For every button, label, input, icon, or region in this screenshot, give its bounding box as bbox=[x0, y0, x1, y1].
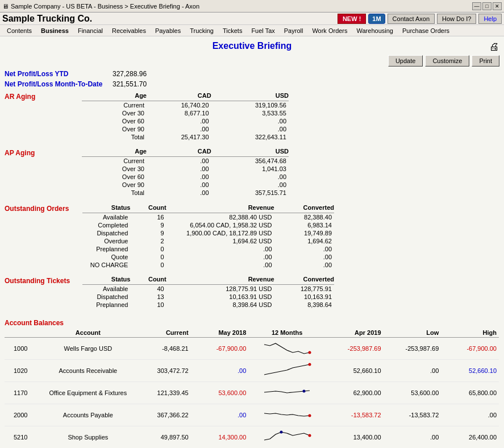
print-icon: 🖨 bbox=[489, 41, 499, 53]
ap-aging-title: AP Aging bbox=[5, 149, 35, 157]
close-button[interactable]: ✕ bbox=[493, 2, 502, 10]
company-name: Sample Trucking Co. bbox=[2, 14, 92, 24]
svg-point-5 bbox=[309, 434, 311, 437]
tickets-row-available: Available 40 128,775.91 USD 128,775.91 bbox=[5, 285, 334, 293]
page-title: Executive Briefing bbox=[128, 41, 376, 51]
customize-button[interactable]: Customize bbox=[425, 55, 469, 67]
menu-bar-right: NEW ! 1M Contact Axon How Do I? Help bbox=[338, 14, 502, 24]
nav-payables[interactable]: Payables bbox=[151, 26, 185, 35]
nav-business[interactable]: Business bbox=[36, 26, 73, 35]
ar-row-over30: Over 30 8,677.10 3,533.55 bbox=[5, 109, 289, 117]
minimize-button[interactable]: — bbox=[472, 2, 481, 10]
new-button[interactable]: NEW ! bbox=[338, 14, 366, 24]
update-button[interactable]: Update bbox=[388, 55, 423, 67]
how-do-i-button[interactable]: How Do I? bbox=[437, 14, 476, 24]
nav-contents[interactable]: Contents bbox=[2, 26, 36, 35]
outstanding-orders-section: Outstanding Orders Status Count Revenue … bbox=[5, 202, 499, 269]
svg-point-3 bbox=[309, 414, 311, 417]
svg-point-2 bbox=[303, 390, 306, 393]
outstanding-tickets-section: Outstanding Tickets Status Count Revenue… bbox=[5, 275, 499, 309]
ap-row-total: Total .00 357,515.71 bbox=[5, 189, 289, 197]
app-icon: 🖥 bbox=[2, 3, 9, 10]
title-bar-text: 🖥 Sample Company - US BETA - Business > … bbox=[2, 3, 199, 10]
orders-row-overdue: Overdue 2 1,694.62 USD 1,694.62 bbox=[5, 237, 334, 245]
nav-payroll[interactable]: Payroll bbox=[280, 26, 308, 35]
sparkline-1020 bbox=[261, 362, 313, 378]
ar-row-current: Current 16,740.20 319,109.56 bbox=[5, 101, 289, 109]
nav-fueltax[interactable]: Fuel Tax bbox=[247, 26, 279, 35]
account-row-1020: 1020 Accounts Receivable 303,472.72 .00 … bbox=[5, 360, 499, 382]
nav-trucking[interactable]: Trucking bbox=[185, 26, 218, 35]
help-button[interactable]: Help bbox=[478, 14, 502, 24]
outstanding-orders-title: Outstanding Orders bbox=[5, 205, 69, 213]
ap-row-over90: Over 90 .00 .00 bbox=[5, 181, 289, 189]
menu-bar-left: Sample Trucking Co. bbox=[2, 14, 338, 24]
window-title: Sample Company - US BETA - Business > Ex… bbox=[11, 3, 199, 10]
svg-point-0 bbox=[309, 351, 311, 354]
sparkline-2000 bbox=[261, 406, 313, 422]
nav-purchaseorders[interactable]: Purchase Orders bbox=[398, 26, 454, 35]
ar-row-over90: Over 90 .00 .00 bbox=[5, 125, 289, 133]
svg-point-1 bbox=[309, 363, 311, 366]
menu-bar: Sample Trucking Co. NEW ! 1M Contact Axo… bbox=[0, 13, 504, 25]
net-profit-mtd-value: 321,551.70 bbox=[113, 80, 147, 88]
sparkline-5210 bbox=[261, 429, 313, 445]
print-button[interactable]: Print bbox=[472, 55, 499, 67]
orders-row-quote: Quote 0 .00 .00 bbox=[5, 253, 334, 261]
account-row-1170: 1170 Office Equipment & Fixtures 121,339… bbox=[5, 382, 499, 404]
orders-row-completed: Completed 9 6,054.00 CAD, 1,958.32 USD 6… bbox=[5, 221, 334, 229]
contact-axon-button[interactable]: Contact Axon bbox=[388, 14, 435, 24]
maximize-button[interactable]: □ bbox=[482, 2, 491, 10]
1m-button[interactable]: 1M bbox=[368, 14, 385, 24]
orders-row-available: Available 16 82,388.40 USD 82,388.40 bbox=[5, 213, 334, 221]
sparkline-1000 bbox=[261, 340, 313, 356]
main-content: Executive Briefing 🖨 Update Customize Pr… bbox=[0, 36, 504, 448]
title-bar: 🖥 Sample Company - US BETA - Business > … bbox=[0, 0, 504, 13]
ap-aging-section: AP Aging Age CAD USD Current .00 356,474… bbox=[5, 147, 499, 197]
net-profit-ytd-value: 327,288.96 bbox=[113, 70, 147, 78]
nav-tickets[interactable]: Tickets bbox=[218, 26, 247, 35]
svg-point-4 bbox=[280, 431, 283, 434]
ar-aging-title: AR Aging bbox=[5, 93, 35, 101]
tickets-row-preplanned: Preplanned 10 8,398.64 USD 8,398.64 bbox=[5, 301, 334, 309]
orders-row-preplanned: Preplanned 0 .00 .00 bbox=[5, 245, 334, 253]
account-row-2000: 2000 Accounts Payable 367,366.22 .00 -13… bbox=[5, 404, 499, 426]
net-profit-mtd-row: Net Profit/Loss Month-To-Date 321,551.70 bbox=[5, 80, 499, 88]
account-row-5210: 5210 Shop Supplies 49,897.50 14,300.00 1… bbox=[5, 426, 499, 449]
nav-bar: Contents Business Financial Receivables … bbox=[0, 25, 504, 36]
nav-financial[interactable]: Financial bbox=[73, 26, 107, 35]
ar-aging-section: AR Aging Age CAD USD Current 16,740.20 3… bbox=[5, 90, 499, 141]
orders-row-dispatched: Dispatched 9 1,900.00 CAD, 18,172.89 USD… bbox=[5, 229, 334, 237]
orders-row-nocharge: NO CHARGE 0 .00 .00 bbox=[5, 261, 334, 269]
account-balances-title: Account Balances bbox=[5, 319, 64, 327]
account-row-1000: 1000 Wells Fargo USD -8,468.21 -67,900.0… bbox=[5, 338, 499, 360]
nav-workorders[interactable]: Work Orders bbox=[307, 26, 352, 35]
account-balances-header: Account Current May 2018 12 Months Apr 2… bbox=[5, 328, 499, 338]
sparkline-1170 bbox=[261, 384, 313, 400]
ap-row-over60: Over 60 .00 .00 bbox=[5, 173, 289, 181]
window-controls: — □ ✕ bbox=[472, 2, 502, 10]
nav-receivables[interactable]: Receivables bbox=[107, 26, 151, 35]
ar-row-total: Total 25,417.30 322,643.11 bbox=[5, 133, 289, 141]
net-profit-ytd-label: Net Profit/Loss YTD bbox=[5, 70, 107, 78]
nav-warehousing[interactable]: Warehousing bbox=[352, 26, 398, 35]
ar-row-over60: Over 60 .00 .00 bbox=[5, 117, 289, 125]
outstanding-tickets-title: Outstanding Tickets bbox=[5, 277, 70, 285]
tickets-row-dispatched: Dispatched 13 10,163.91 USD 10,163.91 bbox=[5, 293, 334, 301]
account-balances-section: Account Balances Account Current May 201… bbox=[5, 314, 499, 448]
ap-row-over30: Over 30 .00 1,041.03 bbox=[5, 165, 289, 173]
net-profit-ytd-row: Net Profit/Loss YTD 327,288.96 bbox=[5, 70, 499, 78]
net-profit-mtd-label: Net Profit/Loss Month-To-Date bbox=[5, 80, 107, 88]
ap-row-current: Current .00 356,474.68 bbox=[5, 157, 289, 165]
